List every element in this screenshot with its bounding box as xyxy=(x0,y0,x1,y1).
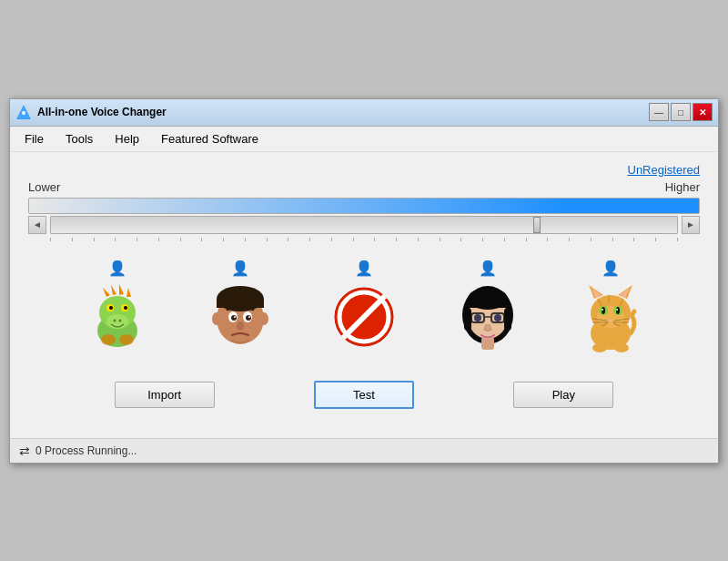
play-button[interactable]: Play xyxy=(513,382,613,408)
slider-tick xyxy=(396,238,397,241)
svg-point-56 xyxy=(602,307,605,314)
slider-ticks xyxy=(28,238,700,241)
pitch-bar-container xyxy=(28,198,700,214)
slider-tick xyxy=(677,238,678,241)
slider-container: ◄ ► xyxy=(28,216,700,234)
pitch-bar xyxy=(28,198,700,214)
app-icon xyxy=(15,104,32,120)
minimize-button[interactable]: — xyxy=(649,103,669,121)
cat-avatar xyxy=(574,280,647,353)
menu-tools[interactable]: Tools xyxy=(56,129,102,148)
svg-point-27 xyxy=(234,316,236,318)
slider-left-arrow[interactable]: ◄ xyxy=(28,216,46,234)
svg-rect-20 xyxy=(217,299,264,308)
slider-tick xyxy=(591,238,592,241)
maximize-button[interactable]: □ xyxy=(671,103,691,121)
slider-track[interactable] xyxy=(50,216,678,234)
main-window: All-in-one Voice Changer — □ ✕ File Tool… xyxy=(9,98,719,464)
avatar-dragon[interactable]: 👤 xyxy=(81,260,154,353)
svg-point-26 xyxy=(246,315,251,321)
slider-tick xyxy=(504,238,505,241)
slider-tick xyxy=(547,238,548,241)
slider-tick xyxy=(72,238,73,241)
unregistered-label[interactable]: UnRegistered xyxy=(28,163,700,177)
menubar: File Tools Help Featured Software xyxy=(10,127,718,152)
svg-rect-37 xyxy=(468,299,508,308)
titlebar: All-in-one Voice Changer — □ ✕ xyxy=(10,99,718,127)
slider-right-arrow[interactable]: ► xyxy=(682,216,700,234)
svg-marker-14 xyxy=(119,284,124,295)
svg-point-29 xyxy=(237,321,244,331)
svg-point-2 xyxy=(22,111,25,115)
test-button[interactable]: Test xyxy=(314,381,414,409)
menu-featured-software[interactable]: Featured Software xyxy=(152,129,268,148)
no-voice-avatar xyxy=(328,280,400,353)
no-voice-indicator: 👤 xyxy=(355,260,373,277)
slider-tick xyxy=(158,238,159,241)
close-button[interactable]: ✕ xyxy=(693,103,713,121)
menu-file[interactable]: File xyxy=(15,129,53,148)
svg-point-21 xyxy=(212,312,221,325)
slider-tick xyxy=(353,238,354,241)
main-content: UnRegistered Lower Higher ◄ ► xyxy=(10,152,718,438)
slider-tick xyxy=(180,238,181,241)
slider-tick xyxy=(374,238,375,241)
window-title: All-in-one Voice Changer xyxy=(37,106,167,118)
svg-point-41 xyxy=(474,314,481,321)
slider-tick xyxy=(50,238,51,241)
import-button[interactable]: Import xyxy=(115,382,215,408)
svg-marker-15 xyxy=(126,288,131,297)
slider-tick xyxy=(612,238,613,241)
svg-rect-46 xyxy=(504,308,511,331)
svg-point-65 xyxy=(592,343,607,352)
slider-tick xyxy=(288,238,288,241)
slider-tick xyxy=(136,238,137,241)
slider-tick xyxy=(94,238,95,241)
svg-point-42 xyxy=(494,314,501,321)
slider-tick xyxy=(201,238,202,241)
slider-thumb[interactable] xyxy=(533,217,541,233)
female-indicator: 👤 xyxy=(479,260,497,277)
svg-point-10 xyxy=(113,319,116,321)
slider-tick xyxy=(633,238,634,241)
slider-tick xyxy=(655,238,656,241)
avatar-male[interactable]: 👤 xyxy=(204,260,277,353)
svg-point-28 xyxy=(248,316,250,318)
slider-tick xyxy=(526,238,527,241)
svg-rect-45 xyxy=(464,308,471,331)
svg-point-11 xyxy=(118,319,121,321)
pitch-section: Lower Higher ◄ ► xyxy=(28,180,700,241)
lower-label: Lower xyxy=(28,180,60,194)
slider-tick xyxy=(418,238,419,241)
slider-tick xyxy=(482,238,483,241)
svg-rect-34 xyxy=(481,337,494,350)
slider-tick xyxy=(115,238,116,241)
svg-marker-12 xyxy=(103,288,110,297)
avatar-cat[interactable]: 👤 xyxy=(574,260,647,353)
male-indicator: 👤 xyxy=(231,260,249,277)
slider-tick xyxy=(331,238,332,241)
slider-tick xyxy=(440,238,440,241)
slider-tick xyxy=(309,238,310,241)
svg-point-59 xyxy=(616,309,618,311)
svg-point-66 xyxy=(614,343,629,352)
menu-help[interactable]: Help xyxy=(106,129,148,148)
svg-marker-13 xyxy=(111,285,116,295)
slider-tick xyxy=(569,238,570,241)
titlebar-controls: — □ ✕ xyxy=(649,103,713,121)
status-bar: ⇄ 0 Process Running... xyxy=(10,438,718,463)
status-text: 0 Process Running... xyxy=(35,444,136,457)
avatar-female[interactable]: 👤 xyxy=(451,260,524,353)
slider-tick xyxy=(460,238,461,241)
avatar-no-voice[interactable]: 👤 xyxy=(328,260,400,353)
status-icon: ⇄ xyxy=(19,444,30,458)
svg-point-25 xyxy=(231,315,237,321)
cat-indicator: 👤 xyxy=(602,260,620,277)
svg-point-22 xyxy=(259,312,268,325)
slider-tick xyxy=(245,238,246,241)
avatars-section: 👤 xyxy=(28,250,700,362)
slider-tick xyxy=(223,238,224,241)
svg-point-17 xyxy=(119,334,134,345)
slider-tick xyxy=(267,238,268,241)
pitch-labels: Lower Higher xyxy=(28,180,700,194)
